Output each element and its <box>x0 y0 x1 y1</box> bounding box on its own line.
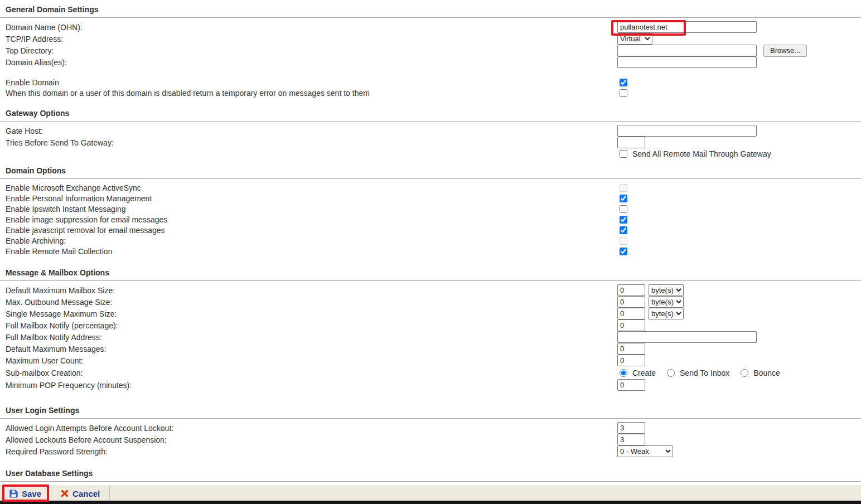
remote-mail-collection-checkbox[interactable] <box>620 248 627 255</box>
row-min-pop-frequency: Minimum POP Frequency (minutes): <box>6 379 861 391</box>
row-pim: Enable Personal Information Management <box>6 193 861 203</box>
default-max-mailbox-size-label: Default Maximum Mailbox Size: <box>6 286 617 295</box>
browse-button[interactable]: Browse... <box>763 45 807 57</box>
bottom-toolbar: Save Cancel <box>0 486 861 504</box>
domain-name-input[interactable] <box>617 21 757 33</box>
single-max-size-input[interactable] <box>617 308 645 319</box>
row-full-notify-pct: Full Mailbox Notify (percentage): <box>6 319 861 331</box>
sub-mailbox-send-to-inbox-label: Send To Inbox <box>680 369 729 377</box>
top-directory-label: Top Directory: <box>6 46 617 55</box>
sub-mailbox-create-radio[interactable] <box>620 369 627 377</box>
gate-host-input[interactable] <box>617 125 757 137</box>
archiving-label: Enable Archiving: <box>6 236 617 245</box>
cancel-button-label: Cancel <box>72 489 100 498</box>
default-max-mailbox-size-unit-select[interactable]: byte(s) <box>649 284 684 296</box>
single-max-size-label: Single Message Maximum Size: <box>6 309 617 318</box>
row-enable-domain: Enable Domain <box>6 77 861 88</box>
domain-settings-page: General Domain Settings Domain Name (OHN… <box>0 0 861 504</box>
javascript-removal-checkbox[interactable] <box>620 226 627 234</box>
gateway-tries-label: Tries Before Send To Gateway: <box>6 138 617 147</box>
pim-checkbox[interactable] <box>620 195 627 202</box>
full-notify-pct-input[interactable] <box>617 319 645 331</box>
max-user-count-label: Maximum User Count: <box>6 356 617 365</box>
domain-alias-input[interactable] <box>617 56 757 68</box>
row-remote-mail-collection: Enable Remote Mail Collection <box>6 246 861 256</box>
max-outbound-size-input[interactable] <box>617 296 645 308</box>
row-gateway-tries: Tries Before Send To Gateway: <box>6 137 861 148</box>
save-button[interactable]: Save <box>0 486 51 501</box>
row-gate-host: Gate Host: <box>6 125 861 137</box>
default-max-messages-label: Default Maximum Messages: <box>6 345 617 353</box>
disabled-temp-error-checkbox[interactable] <box>620 89 627 97</box>
row-lockouts: Allowed Lockouts Before Account Suspensi… <box>6 434 861 445</box>
send-all-gateway-checkbox[interactable] <box>620 150 627 158</box>
password-strength-select[interactable]: 0 - Weak <box>617 445 673 457</box>
save-icon <box>9 490 18 498</box>
enable-domain-checkbox[interactable] <box>620 79 627 86</box>
tcpip-select[interactable]: Virtual <box>617 33 652 45</box>
row-default-max-mailbox-size: Default Maximum Mailbox Size: byte(s) <box>6 284 861 296</box>
full-notify-addr-input[interactable] <box>617 331 757 343</box>
default-max-mailbox-size-input[interactable] <box>617 284 645 296</box>
cancel-button[interactable]: Cancel <box>51 486 109 501</box>
archiving-checkbox[interactable] <box>620 237 627 245</box>
image-suppression-checkbox[interactable] <box>620 216 627 224</box>
top-directory-input[interactable] <box>617 45 757 56</box>
full-notify-addr-label: Full Mailbox Notify Address: <box>6 333 617 342</box>
send-all-gateway-label: Send All Remote Mail Through Gateway <box>632 149 771 158</box>
row-max-user-count: Maximum User Count: <box>6 355 861 366</box>
min-pop-frequency-input[interactable] <box>617 379 645 391</box>
row-send-all-gateway: Send All Remote Mail Through Gateway <box>6 148 861 159</box>
cancel-x-icon <box>61 490 69 497</box>
login-attempts-input[interactable] <box>617 422 645 434</box>
sub-mailbox-bounce-radio[interactable] <box>741 369 748 377</box>
sub-mailbox-send-to-inbox-radio[interactable] <box>667 369 675 377</box>
section-title-general: General Domain Settings <box>0 0 861 18</box>
lockouts-input[interactable] <box>617 434 645 445</box>
row-single-max-size: Single Message Maximum Size: byte(s) <box>6 308 861 319</box>
row-javascript-removal: Enable javascript removal for email mess… <box>6 225 861 235</box>
lockouts-label: Allowed Lockouts Before Account Suspensi… <box>6 435 617 444</box>
row-sub-mailbox-creation: Sub-mailbox Creation: Create Send To Inb… <box>6 366 861 379</box>
section-title-domain-options: Domain Options <box>0 161 861 179</box>
gateway-tries-input[interactable] <box>617 137 645 148</box>
row-full-notify-addr: Full Mailbox Notify Address: <box>6 331 861 343</box>
row-top-directory: Top Directory: Browse... <box>6 45 861 56</box>
row-domain-alias: Domain Alias(es): <box>6 56 861 68</box>
save-button-label: Save <box>22 489 41 498</box>
row-domain-name: Domain Name (OHN): <box>6 21 861 33</box>
row-archiving: Enable Archiving: <box>6 235 861 246</box>
single-max-size-unit-select[interactable]: byte(s) <box>649 308 684 319</box>
instant-messaging-checkbox[interactable] <box>620 205 627 213</box>
sub-mailbox-creation-label: Sub-mailbox Creation: <box>6 369 617 377</box>
enable-domain-label: Enable Domain <box>6 78 617 87</box>
section-title-mailbox: Message & Mailbox Options <box>0 263 861 281</box>
section-title-user-db: User Database Settings <box>0 464 861 482</box>
login-attempts-label: Allowed Login Attempts Before Account Lo… <box>6 424 617 433</box>
row-instant-messaging: Enable Ipswitch Instant Messaging <box>6 203 861 214</box>
domain-alias-label: Domain Alias(es): <box>6 58 617 67</box>
toolbar-divider <box>109 486 110 501</box>
default-max-messages-input[interactable] <box>617 343 645 355</box>
sub-mailbox-create-label: Create <box>632 369 656 377</box>
max-user-count-input[interactable] <box>617 355 645 366</box>
max-outbound-size-unit-select[interactable]: byte(s) <box>649 296 684 308</box>
tcpip-label: TCP/IP Address: <box>6 35 617 43</box>
pim-label: Enable Personal Information Management <box>6 194 617 203</box>
disabled-temp-error-label: When this domain or a user of this domai… <box>6 89 617 98</box>
gate-host-label: Gate Host: <box>6 127 617 135</box>
javascript-removal-label: Enable javascript removal for email mess… <box>6 226 617 235</box>
activesync-label: Enable Microsoft Exchange ActiveSync <box>6 183 617 192</box>
instant-messaging-label: Enable Ipswitch Instant Messaging <box>6 205 617 214</box>
row-tcpip: TCP/IP Address: Virtual <box>6 33 861 45</box>
row-image-suppression: Enable image suppression for email messa… <box>6 214 861 225</box>
row-activesync: Enable Microsoft Exchange ActiveSync <box>6 182 861 193</box>
password-strength-label: Required Password Strength: <box>6 447 617 456</box>
remote-mail-collection-label: Enable Remote Mail Collection <box>6 247 617 256</box>
domain-name-label: Domain Name (OHN): <box>6 23 617 32</box>
sub-mailbox-bounce-label: Bounce <box>753 369 780 377</box>
activesync-checkbox[interactable] <box>620 184 627 192</box>
min-pop-frequency-label: Minimum POP Frequency (minutes): <box>6 381 617 390</box>
row-disabled-temp-error: When this domain or a user of this domai… <box>6 88 861 98</box>
spacer <box>6 68 861 77</box>
